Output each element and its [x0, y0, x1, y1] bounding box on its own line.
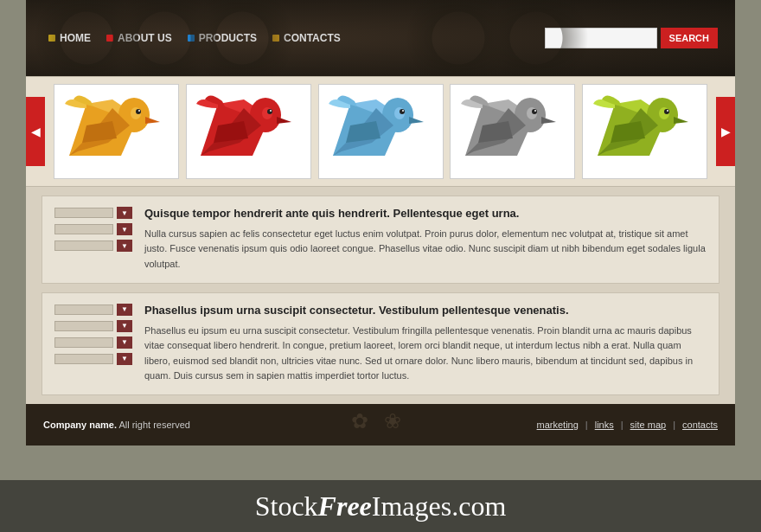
sidebar-arrow[interactable]: ▼ [117, 337, 132, 349]
watermark-free: Free [318, 490, 372, 522]
footer-link-sitemap[interactable]: site map [630, 420, 667, 430]
search-button[interactable]: SEARCH [661, 28, 718, 48]
sidebar-line [54, 321, 113, 331]
carousel-item-0[interactable] [54, 84, 179, 179]
section-text-2: Phasellus eu ipsum eu urna suscipit cons… [144, 324, 707, 384]
sidebar-line [54, 304, 113, 315]
content-area: ◀ [26, 76, 735, 404]
sidebar-line [54, 224, 113, 234]
section-block-2: ▼ ▼ ▼ ▼ Phasellus ip [42, 292, 719, 395]
section-title-1: Quisque tempor hendrerit ante quis hendr… [144, 207, 707, 221]
svg-point-42 [667, 110, 668, 112]
search-area: SEARCH [545, 28, 718, 48]
footer-rights: All right reserved [118, 420, 190, 430]
footer-company: Company name. [43, 420, 117, 430]
svg-marker-4 [145, 117, 160, 124]
floral-icon-1: ✿ [351, 409, 377, 435]
nav-item-products[interactable]: PRODUCTS [182, 29, 262, 48]
carousel: ◀ [26, 76, 735, 187]
nav-label-home: HOME [60, 32, 91, 44]
watermark-stock: Stock [255, 490, 318, 522]
footer-link-marketing[interactable]: marketing [537, 420, 579, 430]
carousel-item-1[interactable] [186, 84, 311, 179]
bullet-products [188, 35, 195, 42]
sidebar-row-1-3: ▼ [54, 240, 132, 252]
svg-point-15 [270, 110, 272, 112]
sidebar-row-2-4: ▼ [54, 353, 132, 365]
bullet-home [48, 35, 55, 42]
svg-marker-40 [674, 117, 688, 124]
svg-point-24 [402, 110, 404, 112]
sidebar-row-1-1: ▼ [54, 207, 132, 219]
sidebar-line [54, 337, 113, 348]
sidebar-arrow[interactable]: ▼ [117, 320, 132, 332]
svg-marker-22 [409, 117, 424, 124]
sidebar-arrow[interactable]: ▼ [117, 223, 132, 235]
svg-point-14 [267, 109, 272, 114]
nav-label-products: PRODUCTS [199, 32, 257, 44]
sidebar-line [54, 208, 113, 218]
footer-sep-1: | [585, 420, 588, 430]
bullet-contacts [272, 35, 279, 42]
sidebar-row-2-3: ▼ [54, 337, 132, 349]
nav-item-home[interactable]: HOME [43, 29, 96, 48]
footer-sep-3: | [673, 420, 675, 430]
carousel-prev[interactable]: ◀ [26, 97, 45, 166]
footer: Company name. All right reserved ✿ ❀ mar… [26, 404, 735, 445]
sidebar-arrow[interactable]: ▼ [117, 207, 132, 219]
nav-label-contacts: CONTACTS [284, 32, 341, 44]
svg-point-32 [532, 109, 537, 114]
sidebar-line [54, 240, 113, 251]
section-text-1: Nulla cursus sapien ac felis consectetur… [144, 227, 707, 272]
search-input[interactable] [545, 28, 657, 48]
svg-point-33 [534, 110, 536, 112]
svg-point-23 [400, 109, 405, 114]
nav-label-about: ABOUT US [118, 32, 172, 44]
header: HOME ABOUT US PRODUCTS CONTACTS SEARCH [26, 0, 735, 76]
footer-left: Company name. All right reserved [43, 420, 190, 430]
sections-container: ▼ ▼ ▼ Quisque tempor hendrerit ante quis… [26, 187, 735, 404]
footer-sep-2: | [621, 420, 624, 430]
svg-point-5 [136, 109, 141, 114]
footer-link-contacts[interactable]: contacts [682, 420, 718, 430]
footer-floral: ✿ ❀ [351, 409, 410, 435]
carousel-item-3[interactable] [450, 84, 575, 179]
carousel-item-2[interactable] [318, 84, 444, 179]
section-content-1: Quisque tempor hendrerit ante quis hendr… [144, 207, 707, 272]
svg-point-41 [664, 109, 669, 114]
nav: HOME ABOUT US PRODUCTS CONTACTS [43, 29, 545, 48]
svg-marker-13 [277, 117, 291, 124]
sidebar-row-2-1: ▼ [54, 304, 132, 316]
watermark: StockFreeImages.com [0, 480, 761, 532]
sidebar-line [54, 354, 113, 364]
footer-right: marketing | links | site map | contacts [537, 420, 718, 430]
section-content-2: Phasellus ipsum urna suscipit consectetu… [144, 304, 707, 384]
nav-item-contacts[interactable]: CONTACTS [267, 29, 346, 48]
bullet-about [106, 35, 113, 42]
sidebar-row-2-2: ▼ [54, 320, 132, 332]
floral-icon-2: ❀ [384, 409, 410, 435]
sidebar-arrow[interactable]: ▼ [117, 353, 132, 365]
sidebar-row-1-2: ▼ [54, 223, 132, 235]
carousel-next[interactable]: ▶ [716, 97, 735, 166]
section-title-2: Phasellus ipsum urna suscipit consectetu… [144, 304, 707, 318]
nav-item-about[interactable]: ABOUT US [101, 29, 177, 48]
sidebar-arrow[interactable]: ▼ [117, 304, 132, 316]
section-sidebar-1: ▼ ▼ ▼ [54, 207, 132, 272]
section-block-1: ▼ ▼ ▼ Quisque tempor hendrerit ante quis… [42, 195, 719, 284]
watermark-rest: Images.com [372, 490, 507, 522]
carousel-item-4[interactable] [582, 84, 707, 179]
svg-marker-31 [541, 117, 556, 124]
svg-point-6 [138, 110, 140, 112]
section-sidebar-2: ▼ ▼ ▼ ▼ [54, 304, 132, 384]
carousel-track [45, 84, 716, 179]
sidebar-arrow[interactable]: ▼ [117, 240, 132, 252]
footer-link-links[interactable]: links [595, 420, 614, 430]
